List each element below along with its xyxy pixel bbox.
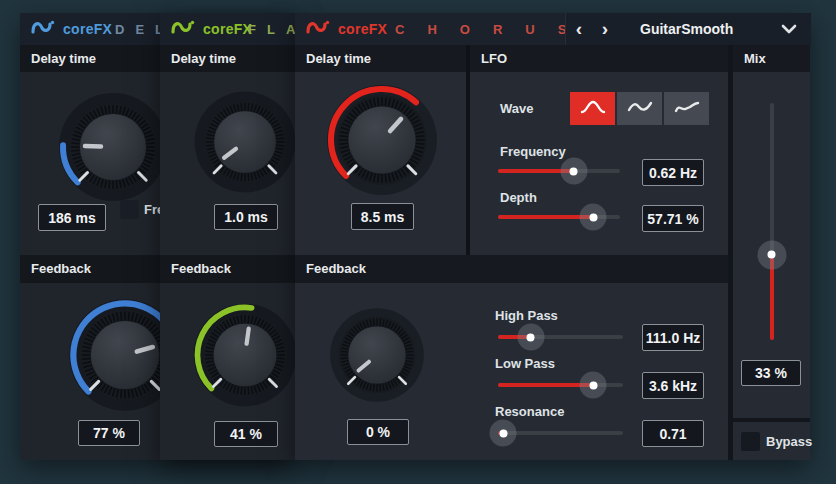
freeze-checkbox[interactable]: [120, 200, 139, 219]
high-pass-slider[interactable]: [498, 324, 623, 350]
feedback-knob[interactable]: [325, 303, 429, 407]
frequency-slider[interactable]: [498, 158, 620, 184]
bypass-checkbox[interactable]: [741, 432, 760, 451]
wave-sine-button[interactable]: [570, 92, 615, 125]
depth-label: Depth: [500, 190, 537, 205]
wave-logo-icon: [170, 17, 195, 41]
product-name: CHORUS: [395, 22, 589, 37]
depth-slider[interactable]: [498, 204, 620, 230]
depth-value[interactable]: 57.71 %: [642, 205, 704, 232]
resonance-value[interactable]: 0.71: [642, 420, 704, 447]
resonance-label: Resonance: [495, 404, 564, 419]
plugin-window-flanger: coreFX FLANGER Delay time 1.0 ms Feedbac…: [160, 13, 295, 460]
preset-prev-button[interactable]: ‹: [566, 14, 592, 44]
preset-bar: ‹ › GuitarSmooth: [565, 13, 811, 45]
delay-time-value[interactable]: 1.0 ms: [214, 204, 278, 230]
feedback-value[interactable]: 77 %: [78, 420, 140, 446]
sine-wave-icon: [579, 98, 607, 120]
brand-text: coreFX: [338, 21, 387, 37]
bypass-section: Bypass: [733, 422, 810, 460]
delay-time-knob[interactable]: [189, 86, 301, 198]
triangle-wave-icon: [626, 98, 654, 120]
wave-triangle-button[interactable]: [617, 92, 662, 125]
brand-text: coreFX: [203, 21, 252, 37]
column-divider: [466, 45, 470, 255]
chevron-down-icon[interactable]: [781, 24, 797, 34]
chorus-title-bar: coreFX CHORUS ‹ › GuitarSmooth: [295, 13, 810, 45]
flanger-title-bar: coreFX FLANGER: [160, 13, 295, 45]
mix-value[interactable]: 33 %: [741, 360, 801, 386]
frequency-value[interactable]: 0.62 Hz: [642, 159, 704, 186]
preset-next-button[interactable]: ›: [592, 14, 618, 44]
delay-time-knob[interactable]: [53, 87, 173, 207]
resonance-slider[interactable]: [498, 420, 623, 446]
feedback-value[interactable]: 41 %: [214, 421, 278, 447]
low-pass-slider[interactable]: [498, 372, 623, 398]
mix-slider[interactable]: [758, 103, 785, 340]
bypass-label: Bypass: [766, 434, 812, 449]
delay-time-knob[interactable]: [321, 79, 443, 201]
wave-sawtooth-button[interactable]: [664, 92, 709, 125]
low-pass-value[interactable]: 3.6 kHz: [642, 372, 704, 399]
feedback-value[interactable]: 0 %: [347, 419, 409, 445]
feedback-section-header: Feedback: [295, 255, 728, 283]
high-pass-label: High Pass: [495, 308, 558, 323]
delay-time-section-header: Delay time: [160, 45, 295, 72]
delay-time-value[interactable]: 8.5 ms: [351, 203, 414, 230]
feedback-section-header: Feedback: [160, 255, 295, 283]
delay-time-value[interactable]: 186 ms: [38, 204, 106, 231]
wave-selector: [570, 92, 711, 125]
delay-time-section-header: Delay time: [295, 45, 466, 72]
sawtooth-wave-icon: [673, 98, 701, 120]
high-pass-value[interactable]: 111.0 Hz: [642, 324, 704, 351]
preset-name[interactable]: GuitarSmooth: [640, 21, 781, 37]
wave-label: Wave: [500, 101, 533, 116]
wave-logo-icon: [305, 17, 330, 41]
plugin-window-chorus: coreFX CHORUS ‹ › GuitarSmooth Delay tim…: [295, 13, 810, 460]
low-pass-label: Low Pass: [495, 356, 555, 371]
mix-section-header: Mix: [733, 45, 810, 72]
wave-logo-icon: [30, 17, 55, 41]
feedback-knob[interactable]: [188, 298, 302, 412]
lfo-section-header: LFO: [470, 45, 728, 72]
frequency-label: Frequency: [500, 144, 566, 159]
brand-text: coreFX: [63, 21, 112, 37]
